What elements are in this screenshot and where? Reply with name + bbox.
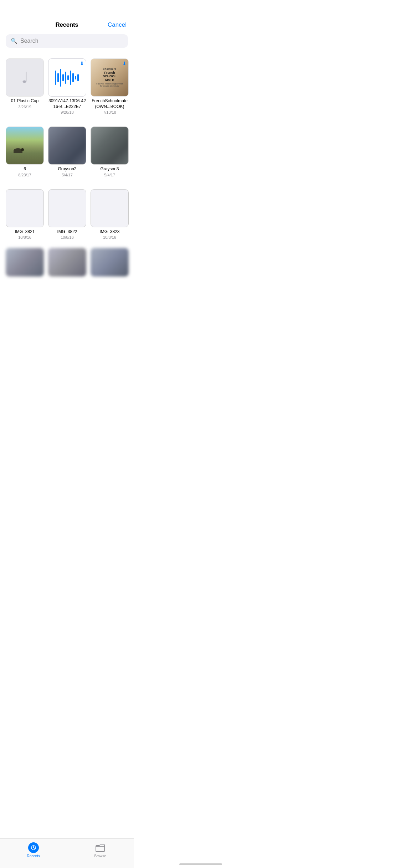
list-item[interactable]: IMG_3823 10/8/16 — [91, 189, 129, 240]
cloud-download-icon: ⬇ — [80, 61, 84, 66]
file-name: FrenchSchoolmate (OWN...BOOK) — [91, 98, 129, 109]
svg-rect-0 — [55, 71, 56, 85]
audio-waveform-icon — [55, 69, 80, 87]
file-name: IMG_3823 — [99, 229, 119, 235]
file-date: 5/4/17 — [104, 173, 115, 177]
file-thumbnail: ♩ — [6, 58, 44, 97]
header: Recents Cancel — [0, 0, 134, 34]
list-item[interactable]: ⬇ 3091A147-13D6-4216-B...E222E7 9/28/18 — [48, 58, 86, 114]
file-name: Grayson2 — [58, 166, 76, 172]
row-3-section: IMG_3821 10/8/16 IMG_3822 10/8/16 IMG_38… — [0, 186, 134, 248]
row-2-section: 6 8/23/17 Grayson2 5/4/17 Grayson3 5/4/1… — [0, 123, 134, 186]
svg-rect-5 — [67, 75, 69, 80]
file-name: Grayson3 — [100, 166, 119, 172]
list-item[interactable] — [91, 248, 129, 277]
music-note-icon: ♩ — [21, 69, 29, 86]
file-date: 10/8/16 — [61, 235, 74, 239]
row-1-section: ♩ 01 Plastic Cup 3/26/19 ⬇ — [0, 55, 134, 123]
file-name: 6 — [24, 166, 26, 172]
list-item[interactable]: IMG_3821 10/8/16 — [6, 189, 44, 240]
list-item[interactable] — [48, 248, 86, 277]
file-date: 8/23/17 — [18, 173, 31, 177]
row-2-grid: 6 8/23/17 Grayson2 5/4/17 Grayson3 5/4/1… — [6, 126, 128, 177]
list-item[interactable]: ⬇ Chambers FrenchSCHOOLMATE Fast Aid ref… — [91, 58, 129, 114]
svg-rect-7 — [72, 73, 74, 82]
file-name: 3091A147-13D6-4216-B...E222E7 — [48, 98, 86, 109]
page-title: Recents — [55, 21, 78, 29]
search-input[interactable] — [20, 38, 123, 44]
list-item[interactable]: ♩ 01 Plastic Cup 3/26/19 — [6, 58, 44, 114]
svg-rect-4 — [65, 72, 66, 84]
file-name: IMG_3821 — [15, 229, 35, 235]
svg-rect-1 — [57, 73, 59, 82]
file-date: 3/26/19 — [18, 105, 31, 109]
file-date: 5/4/17 — [62, 173, 73, 177]
file-thumbnail — [91, 126, 129, 165]
list-item[interactable] — [6, 248, 44, 277]
file-thumbnail: ⬇ Chambers FrenchSCHOOLMATE Fast Aid ref… — [91, 58, 129, 97]
file-thumbnail: ⬇ — [48, 58, 86, 97]
list-item[interactable]: IMG_3822 10/8/16 — [48, 189, 86, 240]
file-thumbnail — [48, 189, 86, 227]
svg-rect-8 — [75, 76, 76, 79]
search-bar-container: 🔍 — [0, 34, 134, 55]
search-icon: 🔍 — [11, 38, 17, 44]
file-thumbnail — [6, 126, 44, 165]
list-item[interactable]: 6 8/23/17 — [6, 126, 44, 177]
row-1-grid: ♩ 01 Plastic Cup 3/26/19 ⬇ — [6, 58, 128, 114]
file-name: 01 Plastic Cup — [11, 98, 38, 104]
svg-rect-9 — [77, 74, 79, 81]
row-3-grid: IMG_3821 10/8/16 IMG_3822 10/8/16 IMG_38… — [6, 189, 128, 240]
cancel-button[interactable]: Cancel — [108, 21, 127, 29]
file-thumbnail — [91, 189, 129, 227]
file-thumbnail — [48, 126, 86, 165]
cloud-download-icon: ⬇ — [122, 61, 127, 66]
file-date: 7/10/18 — [103, 110, 116, 114]
svg-rect-6 — [70, 71, 71, 85]
search-bar[interactable]: 🔍 — [6, 34, 128, 48]
list-item[interactable]: Grayson3 5/4/17 — [91, 126, 129, 177]
file-date: 10/8/16 — [18, 235, 31, 239]
list-item[interactable]: Grayson2 5/4/17 — [48, 126, 86, 177]
file-name: IMG_3822 — [57, 229, 77, 235]
file-date: 9/28/18 — [61, 110, 74, 114]
file-date: 10/8/16 — [103, 235, 116, 239]
svg-rect-3 — [62, 74, 64, 81]
svg-rect-2 — [60, 69, 61, 87]
file-thumbnail — [6, 189, 44, 227]
row-4-partial — [0, 248, 134, 277]
